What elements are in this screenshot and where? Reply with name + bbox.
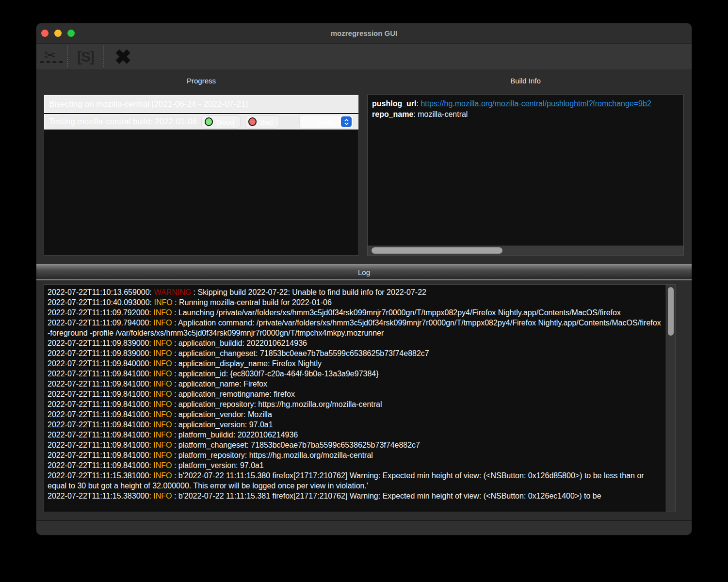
log-level-info: INFO — [153, 380, 172, 388]
log-level-info: INFO — [153, 410, 172, 419]
scissors-icon: ✂ — [40, 48, 63, 65]
log-level-info: INFO — [153, 461, 172, 469]
progress-panel: Bisecting on mozilla-central [2021-06-24… — [44, 95, 359, 256]
log-level-info: INFO — [153, 451, 172, 459]
log-entry: 2022-07-22T11:11:09.841000: INFO : appli… — [48, 369, 663, 379]
log-level-info: INFO — [154, 298, 172, 307]
build-info-body: pushlog_url: https://hg.mozilla.org/mozi… — [368, 95, 683, 245]
log-entry: 2022-07-22T11:11:09.841000: INFO : appli… — [48, 399, 663, 409]
log-level-info: INFO — [153, 359, 172, 368]
log-entry: 2022-07-22T11:11:09.841000: INFO : platf… — [48, 450, 663, 460]
log-entry: 2022-07-22T11:11:09.839000: INFO : appli… — [48, 338, 663, 348]
log-level-warning: WARNING — [154, 288, 191, 296]
log-entry: 2022-07-22T11:11:09.840000: INFO : appli… — [48, 358, 663, 369]
bad-button-label: Bad — [260, 118, 273, 126]
toolbar: ✂ [S] ✖ — [36, 44, 692, 69]
log-entry: 2022-07-22T11:11:09.841000: INFO : appli… — [48, 379, 663, 389]
log-entry: 2022-07-22T11:11:09.841000: INFO : platf… — [48, 460, 663, 470]
build-info-panel: pushlog_url: https://hg.mozilla.org/mozi… — [367, 95, 684, 256]
log-entry: 2022-07-22T11:11:09.839000: INFO : appli… — [48, 348, 663, 358]
log-entry: 2022-07-22T11:10:40.093000: INFO : Runni… — [48, 297, 663, 307]
pushlog-link[interactable]: https://hg.mozilla.org/mozilla-central/p… — [421, 99, 651, 108]
separator: : — [413, 110, 418, 118]
log-output: 2022-07-22T11:10:13.659000: WARNING : Sk… — [44, 285, 665, 512]
log-level-info: INFO — [153, 420, 172, 429]
good-build-button[interactable]: Good — [201, 115, 241, 129]
title-bar: mozregression GUI — [36, 23, 692, 44]
repo-name-label: repo_name — [372, 110, 413, 118]
status-bar — [36, 520, 692, 535]
log-entry: 2022-07-22T11:11:09.841000: INFO : appli… — [48, 409, 663, 420]
cut-icon[interactable]: ✂ — [37, 44, 65, 69]
repo-name-value: mozilla-central — [418, 110, 468, 118]
log-level-info: INFO — [153, 431, 172, 439]
repo-name-row: repo_name: mozilla-central — [372, 109, 679, 120]
log-entry: 2022-07-22T11:10:13.659000: WARNING : Sk… — [48, 287, 663, 297]
log-level-info: INFO — [153, 441, 172, 449]
single-run-icon[interactable]: [S] — [68, 44, 102, 69]
vertical-scrollbar-thumb[interactable] — [668, 287, 674, 336]
log-level-info: INFO — [153, 308, 172, 317]
app-window: mozregression GUI ✂ [S] ✖ Progress Build… — [36, 23, 692, 535]
cancel-icon[interactable]: ✖ — [105, 44, 141, 69]
progress-section-title: Progress — [44, 77, 359, 87]
horizontal-scrollbar-thumb[interactable] — [372, 247, 502, 254]
good-dot-icon — [205, 117, 213, 126]
log-panel: 2022-07-22T11:10:13.659000: WARNING : Sk… — [44, 284, 676, 512]
build-evaluation-row: Testing mozilla-central build: 2022-01-0… — [44, 114, 358, 129]
log-entry: 2022-07-22T11:11:09.841000: INFO : platf… — [48, 440, 663, 450]
toolbar-separator — [103, 46, 104, 67]
window-title: mozregression GUI — [36, 23, 692, 44]
log-entry: 2022-07-22T11:11:09.794000: INFO : Appli… — [48, 318, 663, 338]
log-level-info: INFO — [153, 339, 172, 347]
log-level-info: INFO — [153, 370, 172, 378]
log-entry: 2022-07-22T11:11:09.792000: INFO : Launc… — [48, 307, 663, 318]
log-splitter-handle[interactable]: Log — [36, 264, 692, 280]
log-entry: 2022-07-22T11:11:09.841000: INFO : appli… — [48, 389, 663, 399]
bisect-status-text: Bisecting on mozilla-central [2021-06-24… — [49, 99, 248, 109]
log-level-info: INFO — [153, 492, 172, 500]
log-level-info: INFO — [153, 349, 172, 357]
bisect-status-row: Bisecting on mozilla-central [2021-06-24… — [44, 95, 358, 113]
log-entry: 2022-07-22T11:11:09.841000: INFO : platf… — [48, 430, 663, 440]
log-level-info: INFO — [153, 471, 172, 480]
log-vertical-scrollbar[interactable] — [665, 285, 675, 512]
log-section-title: Log — [358, 268, 370, 276]
log-level-info: INFO — [153, 319, 172, 327]
toolbar-separator — [67, 46, 68, 67]
build-info-horizontal-scrollbar[interactable] — [368, 245, 683, 255]
testing-status-text: Testing mozilla-central build: 2022-01-0… — [49, 117, 197, 127]
bad-build-button[interactable]: Bad — [245, 115, 279, 129]
good-button-label: Good — [216, 118, 234, 126]
pushlog-row: pushlog_url: https://hg.mozilla.org/mozi… — [372, 98, 679, 109]
log-entry: 2022-07-22T11:11:15.383000: INFO : b'202… — [48, 491, 663, 501]
other-dropdown-label: other... — [317, 118, 339, 126]
build-info-section-title: Build Info — [367, 77, 684, 87]
other-verdict-dropdown[interactable]: other... — [299, 115, 354, 129]
log-level-info: INFO — [153, 390, 172, 398]
chevron-up-down-icon — [341, 116, 352, 127]
log-level-info: INFO — [153, 400, 172, 408]
log-entry: 2022-07-22T11:11:09.841000: INFO : appli… — [48, 420, 663, 430]
log-entry: 2022-07-22T11:11:15.381000: INFO : b'202… — [48, 470, 663, 491]
pushlog-label: pushlog_url — [372, 99, 417, 108]
bad-dot-icon — [248, 117, 257, 126]
